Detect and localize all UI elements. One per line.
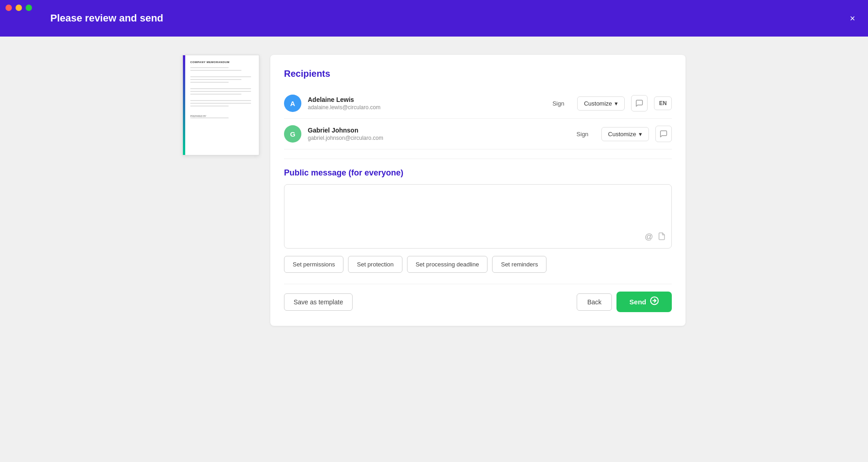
doc-line-8 [190, 94, 241, 95]
avatar: A [284, 95, 301, 112]
action-buttons: Set permissions Set protection Set proce… [284, 256, 672, 273]
recipients-title: Recipients [284, 69, 672, 79]
recipient-role: Sign [577, 131, 595, 138]
public-message-title: Public message (for everyone) [284, 168, 672, 178]
document-company-title: COMPANY MEMORANDUM [190, 61, 254, 64]
recipient-info: Gabriel Johnson gabriel.johnson@circular… [308, 127, 570, 141]
document-preview: COMPANY MEMORANDUM PREPARED BY [182, 55, 259, 155]
message-textarea-wrapper: @ [284, 184, 672, 249]
content-wrapper: COMPANY MEMORANDUM PREPARED BY [182, 55, 686, 326]
document-accent-bar [183, 55, 185, 155]
language-badge: EN [654, 96, 672, 110]
chevron-down-icon: ▾ [639, 131, 642, 138]
set-permissions-button[interactable]: Set permissions [284, 256, 343, 273]
doc-line-9 [190, 100, 251, 101]
doc-line-6 [190, 88, 251, 89]
doc-line-1 [190, 67, 229, 68]
doc-line-4 [190, 79, 241, 80]
recipient-name: Adelaine Lewis [308, 96, 546, 103]
recipient-row: G Gabriel Johnson gabriel.johnson@circul… [284, 119, 672, 149]
traffic-lights [5, 5, 32, 11]
attachment-icon[interactable] [658, 232, 666, 243]
set-protection-button[interactable]: Set protection [348, 256, 402, 273]
doc-gap-3 [190, 96, 254, 100]
doc-line-3 [190, 76, 251, 77]
at-mention-icon[interactable]: @ [645, 232, 653, 243]
customize-label: Customize [608, 131, 636, 138]
customize-label: Customize [584, 100, 612, 107]
fullscreen-traffic-light[interactable] [26, 5, 32, 11]
doc-line-11 [190, 106, 229, 106]
recipient-role: Sign [552, 100, 571, 107]
recipient-row: A Adelaine Lewis adalaine.lewis@circular… [284, 88, 672, 119]
recipient-email: adalaine.lewis@circularo.com [308, 104, 546, 111]
set-processing-deadline-button[interactable]: Set processing deadline [407, 256, 488, 273]
header: Please review and send × [0, 0, 868, 37]
doc-gap-4 [190, 108, 254, 112]
page-title: Please review and send [50, 12, 163, 24]
close-button[interactable]: × [848, 12, 857, 25]
doc-line-5 [190, 82, 229, 83]
message-icon-button[interactable] [631, 95, 648, 112]
doc-line-2 [190, 70, 241, 71]
recipient-name: Gabriel Johnson [308, 127, 570, 134]
document-inner: COMPANY MEMORANDUM PREPARED BY [183, 55, 259, 125]
main-content: COMPANY MEMORANDUM PREPARED BY [0, 37, 868, 462]
customize-button[interactable]: Customize ▾ [577, 96, 625, 111]
save-as-template-button[interactable]: Save as template [284, 293, 353, 311]
recipient-email: gabriel.johnson@circularo.com [308, 135, 570, 141]
section-divider [284, 159, 672, 159]
send-arrow-icon [650, 296, 659, 308]
send-button[interactable]: Send [616, 292, 672, 312]
recipient-info: Adelaine Lewis adalaine.lewis@circularo.… [308, 96, 546, 111]
back-button[interactable]: Back [577, 293, 612, 311]
doc-gap-2 [190, 85, 254, 88]
close-traffic-light[interactable] [5, 5, 12, 11]
right-panel: Recipients A Adelaine Lewis adalaine.lew… [270, 55, 686, 326]
minimize-traffic-light[interactable] [16, 5, 22, 11]
chevron-down-icon: ▾ [615, 100, 618, 107]
doc-line-12 [190, 117, 229, 118]
bottom-bar: Save as template Back Send [284, 284, 672, 312]
bottom-right-buttons: Back Send [577, 292, 672, 312]
avatar: G [284, 125, 301, 143]
message-icon-button[interactable] [655, 126, 672, 142]
set-reminders-button[interactable]: Set reminders [492, 256, 547, 273]
doc-line-7 [190, 91, 251, 92]
doc-gap-1 [190, 73, 254, 76]
textarea-icons: @ [290, 232, 666, 243]
send-label: Send [629, 298, 646, 306]
doc-line-10 [190, 103, 251, 104]
customize-button[interactable]: Customize ▾ [601, 127, 649, 141]
message-textarea[interactable] [290, 190, 666, 227]
